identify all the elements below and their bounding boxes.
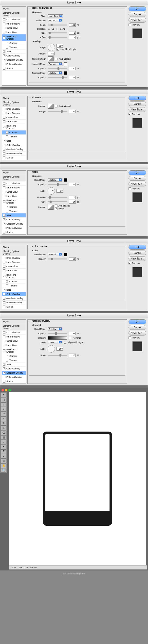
sidebar-blending[interactable]: Blending Options: Default (2, 100, 26, 107)
side-outer-glow[interactable]: Outer Glow (2, 339, 26, 343)
align-check[interactable] (64, 341, 66, 344)
side-inner-glow[interactable]: Inner Glow (2, 30, 26, 34)
side-drop-shadow[interactable]: Drop Shadow (2, 107, 26, 111)
side-color-overlay[interactable]: Color Overlay (2, 367, 26, 371)
lasso-tool-icon[interactable]: ⟋ (1, 402, 6, 407)
side-outer-glow[interactable]: Outer Glow (2, 116, 26, 120)
side-stroke[interactable]: Stroke (2, 66, 26, 70)
stamp-tool-icon[interactable]: ⎌ (1, 426, 6, 430)
side-texture[interactable]: Texture (2, 284, 26, 288)
opacity-slider[interactable] (48, 184, 67, 185)
side-outer-glow[interactable]: Outer Glow (2, 190, 26, 194)
distance-slider[interactable] (48, 197, 67, 198)
side-bevel[interactable]: Bevel and Emboss (2, 124, 26, 130)
opacity-input[interactable]: 46 (69, 183, 76, 186)
highlight-opacity-slider[interactable] (48, 68, 67, 69)
side-bevel[interactable]: Bevel and Emboss (2, 348, 26, 354)
preview-check[interactable] (129, 336, 131, 339)
angle-dial[interactable] (48, 345, 55, 352)
path-tool-icon[interactable]: ↗ (1, 454, 6, 458)
preview-check[interactable] (129, 113, 131, 116)
cancel-button[interactable]: Cancel (129, 102, 146, 106)
side-inner-shadow[interactable]: Inner Shadow (2, 186, 26, 190)
brush-tool-icon[interactable]: ✎ (1, 421, 6, 426)
size-slider[interactable] (48, 32, 67, 34)
blend-mode-select[interactable]: Normal (48, 253, 62, 256)
shape-tool-icon[interactable]: ▭ (1, 459, 6, 463)
type-tool-icon[interactable]: T (1, 450, 6, 454)
shadow-mode-select[interactable]: Multiply (48, 71, 62, 75)
blend-mode-select[interactable]: Overlay (48, 327, 62, 331)
cancel-button[interactable]: Cancel (129, 12, 146, 17)
side-drop-shadow[interactable]: Drop Shadow (2, 182, 26, 186)
sidebar-blending[interactable]: Blending Options: Default (2, 11, 26, 18)
minimize-window-icon[interactable] (5, 389, 7, 392)
new-style-button[interactable]: New Style... (129, 18, 146, 22)
cancel-button[interactable]: Cancel (129, 176, 146, 181)
side-contour[interactable]: Contour (2, 205, 26, 209)
gradient-swatch[interactable] (48, 336, 67, 340)
angle-input[interactable]: 120 (57, 44, 63, 48)
scale-slider[interactable] (48, 355, 67, 356)
side-bevel[interactable]: Bevel and Emboss (2, 198, 26, 205)
sidebar-styles[interactable]: Styles (2, 170, 26, 175)
ok-button[interactable]: OK (129, 245, 146, 250)
side-bevel[interactable]: Bevel and Emboss (2, 273, 26, 280)
side-inner-shadow[interactable]: Inner Shadow (2, 335, 26, 339)
side-bevel[interactable]: Bevel and Emboss (2, 34, 26, 41)
angle-dial[interactable] (48, 187, 55, 194)
opacity-input[interactable]: 19 (69, 257, 76, 261)
zoom-window-icon[interactable] (8, 389, 11, 392)
ok-button[interactable]: OK (129, 170, 146, 175)
sidebar-blending[interactable]: Blending Options: Default (2, 324, 26, 330)
blur-tool-icon[interactable]: ○ (1, 440, 6, 444)
side-inner-shadow[interactable]: Inner Shadow (2, 260, 26, 264)
side-pattern-overlay[interactable]: Pattern Overlay (2, 62, 26, 66)
dir-up-radio[interactable] (48, 28, 50, 30)
marquee-tool-icon[interactable]: ◻ (1, 398, 6, 402)
side-drop-shadow[interactable]: Drop Shadow (2, 18, 26, 22)
ok-button[interactable]: OK (129, 6, 146, 11)
angle-input[interactable]: 180 (57, 347, 63, 350)
side-inner-glow[interactable]: Inner Glow (2, 343, 26, 348)
aa-check[interactable] (55, 105, 58, 108)
side-inner-glow[interactable]: Inner Glow (2, 194, 26, 198)
sidebar-styles[interactable]: Styles (2, 320, 26, 324)
new-style-button[interactable]: New Style... (129, 107, 146, 112)
aa-check[interactable] (55, 204, 58, 207)
ok-button[interactable]: OK (129, 320, 146, 324)
side-satin[interactable]: Satin (2, 214, 26, 218)
side-texture[interactable]: Texture (2, 209, 26, 214)
side-outer-glow[interactable]: Outer Glow (2, 264, 26, 269)
side-stroke[interactable]: Stroke (2, 230, 26, 234)
highlight-color[interactable] (64, 62, 67, 66)
satin-color[interactable] (64, 178, 67, 182)
overlay-color[interactable] (64, 253, 67, 256)
ok-button[interactable]: OK (129, 96, 146, 100)
opacity-slider[interactable] (48, 333, 67, 334)
eyedropper-tool-icon[interactable]: ℓ (1, 416, 6, 421)
cancel-button[interactable]: Cancel (129, 250, 146, 255)
highlight-opacity-input[interactable]: 50 (69, 67, 76, 70)
move-tool-icon[interactable]: ↖ (1, 393, 6, 398)
side-outer-glow[interactable]: Outer Glow (2, 26, 26, 30)
side-inner-shadow[interactable]: Inner Shadow (2, 22, 26, 26)
side-stroke[interactable]: Stroke (2, 156, 26, 160)
wand-tool-icon[interactable]: ✦ (1, 407, 6, 412)
side-pattern-overlay[interactable]: Pattern Overlay (2, 152, 26, 156)
contour-swatch[interactable] (48, 104, 54, 109)
preview-check[interactable] (129, 24, 131, 26)
side-satin[interactable]: Satin (2, 139, 26, 143)
eraser-tool-icon[interactable]: ⌫ (1, 430, 6, 435)
shadow-color[interactable] (64, 71, 67, 75)
shadow-opacity-input[interactable]: 71 (69, 76, 76, 79)
altitude-input[interactable]: 65 (48, 52, 55, 56)
side-satin[interactable]: Satin (2, 362, 26, 367)
soften-input[interactable]: 1 (69, 36, 76, 39)
depth-slider[interactable] (48, 24, 67, 26)
preview-check[interactable] (129, 262, 131, 264)
preview-check[interactable] (129, 188, 131, 190)
side-inner-shadow[interactable]: Inner Shadow (2, 111, 26, 116)
side-drop-shadow[interactable]: Drop Shadow (2, 330, 26, 335)
sidebar-styles[interactable]: Styles (2, 7, 26, 11)
